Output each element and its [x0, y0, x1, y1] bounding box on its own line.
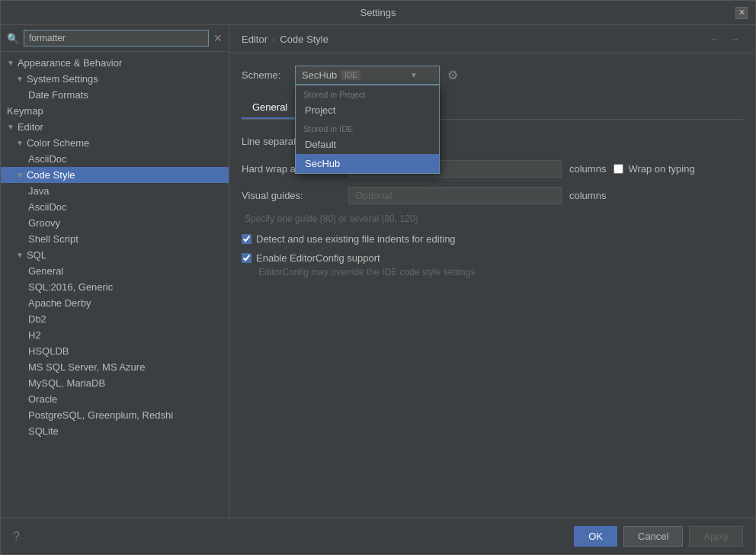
wrap-on-typing-checkbox-label: Wrap on typing: [613, 163, 694, 175]
sidebar-item-groovy[interactable]: Groovy: [1, 215, 229, 231]
visual-guides-input[interactable]: [348, 187, 562, 204]
sidebar-item-postgresql[interactable]: PostgreSQL, Greenplum, Redshi: [1, 407, 229, 423]
scheme-dropdown: SecHub IDE ▼ Stored in Project Project S…: [295, 66, 440, 85]
sidebar-label-oracle: Oracle: [28, 393, 57, 405]
sidebar-label-keymap: Keymap: [7, 105, 43, 117]
sidebar-item-keymap[interactable]: Keymap: [1, 103, 229, 119]
settings-dialog: Settings ✕ 🔍 ✕ ▼Appearance & Behavior▼Sy…: [0, 0, 756, 555]
sidebar-item-shell-script[interactable]: Shell Script: [1, 231, 229, 247]
scheme-dropdown-arrow: ▼: [410, 71, 418, 79]
sidebar-tree: ▼Appearance & Behavior▼System SettingsDa…: [1, 52, 229, 518]
sidebar-item-asciidoc-cs[interactable]: AsciiDoc: [1, 151, 229, 167]
search-clear-icon[interactable]: ✕: [213, 32, 223, 44]
sidebar-label-postgresql: PostgreSQL, Greenplum, Redshi: [28, 409, 173, 421]
scheme-ide-badge: IDE: [341, 70, 360, 80]
sidebar-label-sql2016: SQL:2016, Generic: [28, 281, 113, 293]
sidebar-item-oracle[interactable]: Oracle: [1, 391, 229, 407]
sidebar-label-system-settings: System Settings: [27, 73, 98, 85]
nav-back-arrow[interactable]: ←: [706, 31, 723, 47]
detect-indents-text: Detect and use existing file indents for…: [256, 233, 456, 245]
editorconfig-hint: EditorConfig may override the IDE code s…: [258, 267, 743, 278]
sidebar-label-mssql: MS SQL Server, MS Azure: [28, 361, 145, 373]
sidebar: 🔍 ✕ ▼Appearance & Behavior▼System Settin…: [1, 25, 229, 518]
stored-in-ide-label: Stored in IDE: [296, 120, 439, 135]
sidebar-label-sql: SQL: [27, 249, 46, 261]
dropdown-item-default[interactable]: Default: [296, 135, 439, 154]
tab-general[interactable]: General: [242, 97, 298, 119]
tree-arrow-system-settings: ▼: [16, 75, 24, 83]
tree-arrow-code-style: ▼: [16, 171, 24, 179]
sidebar-item-java[interactable]: Java: [1, 183, 229, 199]
sidebar-label-asciidoc: AsciiDoc: [28, 201, 67, 213]
title-bar: Settings ✕: [1, 1, 755, 25]
scheme-value: SecHub: [302, 69, 337, 81]
visual-guides-hint: Specify one guide (80) or several (80, 1…: [245, 213, 743, 224]
scheme-dropdown-menu: Stored in Project Project Stored in IDE …: [295, 85, 440, 174]
sidebar-label-h2: H2: [28, 329, 41, 341]
dropdown-item-sechub[interactable]: SecHub: [296, 154, 439, 173]
cancel-button[interactable]: Cancel: [623, 526, 683, 547]
tree-arrow-editor: ▼: [7, 123, 14, 131]
hard-wrap-columns-label: columns: [569, 163, 606, 175]
sidebar-item-sqlite[interactable]: SQLite: [1, 423, 229, 439]
editorconfig-checkbox[interactable]: [242, 253, 251, 263]
sidebar-label-shell-script: Shell Script: [28, 233, 78, 245]
sidebar-item-hsqldb[interactable]: HSQLDB: [1, 343, 229, 359]
breadcrumb: Editor › Code Style ← →: [229, 25, 755, 53]
sidebar-item-appearance[interactable]: ▼Appearance & Behavior: [1, 55, 229, 71]
sidebar-label-hsqldb: HSQLDB: [28, 345, 69, 357]
sidebar-label-appearance: Appearance & Behavior: [18, 57, 122, 69]
dropdown-item-project[interactable]: Project: [296, 101, 439, 120]
sidebar-item-apache-derby[interactable]: Apache Derby: [1, 295, 229, 311]
scheme-row: Scheme: SecHub IDE ▼ Stored in Project P…: [242, 66, 743, 85]
editorconfig-text: Enable EditorConfig support: [256, 252, 380, 264]
wrap-on-typing-label: Wrap on typing: [628, 163, 694, 175]
sidebar-item-editor[interactable]: ▼Editor: [1, 119, 229, 135]
editorconfig-label: Enable EditorConfig support: [242, 252, 380, 264]
search-icon: 🔍: [7, 33, 19, 44]
detect-indents-checkbox[interactable]: [242, 234, 251, 244]
sidebar-item-mssql[interactable]: MS SQL Server, MS Azure: [1, 359, 229, 375]
sidebar-item-mysql[interactable]: MySQL, MariaDB: [1, 375, 229, 391]
scheme-select-button[interactable]: SecHub IDE ▼: [295, 66, 440, 85]
breadcrumb-separator: ›: [272, 34, 275, 45]
sidebar-item-h2[interactable]: H2: [1, 327, 229, 343]
search-input[interactable]: [24, 30, 209, 47]
apply-button[interactable]: Apply: [689, 526, 743, 547]
wrap-on-typing-checkbox[interactable]: [613, 164, 623, 174]
sidebar-label-general: General: [28, 265, 63, 277]
panel-content: Scheme: SecHub IDE ▼ Stored in Project P…: [229, 53, 755, 518]
help-icon[interactable]: ?: [13, 530, 20, 544]
nav-arrows: ← →: [706, 31, 743, 47]
detect-indents-row: Detect and use existing file indents for…: [242, 233, 743, 245]
visual-guides-columns-label: columns: [569, 190, 606, 201]
breadcrumb-parent: Editor: [242, 34, 267, 45]
sidebar-label-asciidoc-cs: AsciiDoc: [28, 153, 67, 165]
sidebar-item-system-settings[interactable]: ▼System Settings: [1, 71, 229, 87]
sidebar-item-sql2016[interactable]: SQL:2016, Generic: [1, 279, 229, 295]
sidebar-item-code-style[interactable]: ▼Code Style: [1, 167, 229, 183]
scheme-gear-icon[interactable]: ⚙: [447, 68, 458, 82]
scheme-label: Scheme:: [242, 69, 287, 81]
nav-forward-arrow[interactable]: →: [726, 31, 743, 47]
detect-indents-label: Detect and use existing file indents for…: [242, 233, 456, 245]
sidebar-item-sql[interactable]: ▼SQL: [1, 247, 229, 263]
sidebar-label-code-style: Code Style: [27, 169, 75, 181]
close-button[interactable]: ✕: [735, 7, 748, 19]
sidebar-item-db2[interactable]: Db2: [1, 311, 229, 327]
sidebar-label-apache-derby: Apache Derby: [28, 297, 91, 309]
sidebar-item-color-scheme[interactable]: ▼Color Scheme: [1, 135, 229, 151]
sidebar-label-sqlite: SQLite: [28, 425, 59, 437]
sidebar-item-general[interactable]: General: [1, 263, 229, 279]
stored-in-project-label: Stored in Project: [296, 85, 439, 101]
sidebar-item-date-formats[interactable]: Date Formats: [1, 87, 229, 103]
footer: ? OK Cancel Apply: [1, 518, 755, 554]
editorconfig-row: Enable EditorConfig support: [242, 252, 743, 264]
sidebar-item-asciidoc[interactable]: AsciiDoc: [1, 199, 229, 215]
sidebar-label-mysql: MySQL, MariaDB: [28, 377, 105, 389]
sidebar-label-color-scheme: Color Scheme: [27, 137, 89, 149]
sidebar-label-editor: Editor: [18, 121, 43, 133]
ok-button[interactable]: OK: [574, 526, 617, 547]
sidebar-label-java: Java: [28, 185, 49, 197]
breadcrumb-current: Code Style: [280, 34, 328, 45]
